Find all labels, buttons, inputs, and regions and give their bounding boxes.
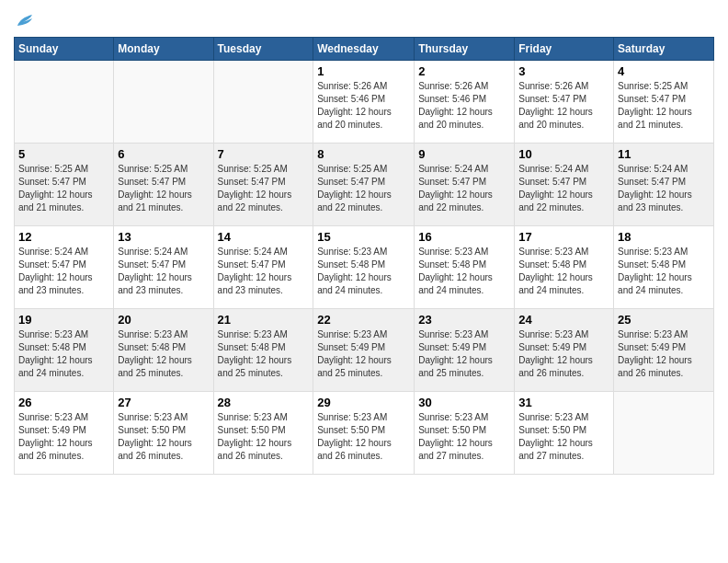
calendar-cell: 27Sunrise: 5:23 AM Sunset: 5:50 PM Dayli… <box>114 392 213 475</box>
day-header-monday: Monday <box>114 38 213 61</box>
day-number: 7 <box>218 147 310 161</box>
calendar-cell: 26Sunrise: 5:23 AM Sunset: 5:49 PM Dayli… <box>15 392 114 475</box>
calendar-cell: 1Sunrise: 5:26 AM Sunset: 5:46 PM Daylig… <box>313 61 415 144</box>
day-number: 18 <box>618 230 710 244</box>
week-row-3: 12Sunrise: 5:24 AM Sunset: 5:47 PM Dayli… <box>15 226 714 309</box>
day-info: Sunrise: 5:23 AM Sunset: 5:48 PM Dayligh… <box>317 246 410 297</box>
calendar-cell: 22Sunrise: 5:23 AM Sunset: 5:49 PM Dayli… <box>313 309 415 392</box>
days-header-row: SundayMondayTuesdayWednesdayThursdayFrid… <box>15 38 714 61</box>
day-number: 26 <box>18 396 109 409</box>
day-header-wednesday: Wednesday <box>313 38 415 61</box>
day-number: 5 <box>18 147 109 161</box>
day-header-thursday: Thursday <box>415 38 515 61</box>
day-number: 9 <box>418 147 510 161</box>
calendar-cell: 13Sunrise: 5:24 AM Sunset: 5:47 PM Dayli… <box>114 226 213 309</box>
day-number: 4 <box>618 64 710 78</box>
day-number: 29 <box>317 396 410 409</box>
day-number: 25 <box>618 313 710 327</box>
calendar-cell: 9Sunrise: 5:24 AM Sunset: 5:47 PM Daylig… <box>415 144 515 226</box>
day-info: Sunrise: 5:25 AM Sunset: 5:47 PM Dayligh… <box>317 163 410 214</box>
page-container: SundayMondayTuesdayWednesdayThursdayFrid… <box>0 0 728 484</box>
day-info: Sunrise: 5:23 AM Sunset: 5:48 PM Dayligh… <box>118 328 209 380</box>
day-info: Sunrise: 5:26 AM Sunset: 5:46 PM Dayligh… <box>418 80 510 132</box>
day-number: 1 <box>317 64 410 78</box>
day-info: Sunrise: 5:23 AM Sunset: 5:49 PM Dayligh… <box>18 411 109 463</box>
calendar-cell: 2Sunrise: 5:26 AM Sunset: 5:46 PM Daylig… <box>415 61 515 144</box>
day-number: 30 <box>418 396 510 409</box>
day-number: 2 <box>418 64 510 78</box>
page-header <box>14 9 714 29</box>
calendar-cell: 29Sunrise: 5:23 AM Sunset: 5:50 PM Dayli… <box>313 392 415 475</box>
day-info: Sunrise: 5:25 AM Sunset: 5:47 PM Dayligh… <box>218 163 310 214</box>
calendar-cell: 28Sunrise: 5:23 AM Sunset: 5:50 PM Dayli… <box>213 392 313 475</box>
day-info: Sunrise: 5:26 AM Sunset: 5:46 PM Dayligh… <box>317 80 410 132</box>
day-number: 24 <box>518 313 609 327</box>
calendar-cell <box>213 61 313 144</box>
calendar-cell <box>15 61 114 144</box>
day-info: Sunrise: 5:23 AM Sunset: 5:50 PM Dayligh… <box>518 411 609 463</box>
calendar-cell: 4Sunrise: 5:25 AM Sunset: 5:47 PM Daylig… <box>614 61 714 144</box>
week-row-2: 5Sunrise: 5:25 AM Sunset: 5:47 PM Daylig… <box>15 144 714 226</box>
day-info: Sunrise: 5:23 AM Sunset: 5:50 PM Dayligh… <box>218 411 310 463</box>
day-number: 23 <box>418 313 510 327</box>
calendar-cell: 23Sunrise: 5:23 AM Sunset: 5:49 PM Dayli… <box>415 309 515 392</box>
day-info: Sunrise: 5:25 AM Sunset: 5:47 PM Dayligh… <box>18 163 109 214</box>
day-number: 17 <box>518 230 609 244</box>
calendar-cell: 12Sunrise: 5:24 AM Sunset: 5:47 PM Dayli… <box>15 226 114 309</box>
day-info: Sunrise: 5:24 AM Sunset: 5:47 PM Dayligh… <box>18 246 109 297</box>
calendar-cell <box>114 61 213 144</box>
day-number: 12 <box>18 230 109 244</box>
day-info: Sunrise: 5:24 AM Sunset: 5:47 PM Dayligh… <box>518 163 609 214</box>
day-info: Sunrise: 5:25 AM Sunset: 5:47 PM Dayligh… <box>618 80 710 132</box>
day-number: 31 <box>518 396 609 409</box>
calendar-cell: 25Sunrise: 5:23 AM Sunset: 5:49 PM Dayli… <box>614 309 714 392</box>
calendar-cell: 14Sunrise: 5:24 AM Sunset: 5:47 PM Dayli… <box>213 226 313 309</box>
day-number: 10 <box>518 147 609 161</box>
calendar-cell: 8Sunrise: 5:25 AM Sunset: 5:47 PM Daylig… <box>313 144 415 226</box>
calendar-cell: 5Sunrise: 5:25 AM Sunset: 5:47 PM Daylig… <box>15 144 114 226</box>
day-number: 6 <box>118 147 209 161</box>
day-info: Sunrise: 5:23 AM Sunset: 5:50 PM Dayligh… <box>317 411 410 463</box>
calendar-cell: 30Sunrise: 5:23 AM Sunset: 5:50 PM Dayli… <box>415 392 515 475</box>
week-row-5: 26Sunrise: 5:23 AM Sunset: 5:49 PM Dayli… <box>15 392 714 475</box>
calendar-cell: 11Sunrise: 5:24 AM Sunset: 5:47 PM Dayli… <box>614 144 714 226</box>
week-row-4: 19Sunrise: 5:23 AM Sunset: 5:48 PM Dayli… <box>15 309 714 392</box>
day-number: 28 <box>218 396 310 409</box>
day-header-saturday: Saturday <box>614 38 714 61</box>
day-info: Sunrise: 5:23 AM Sunset: 5:49 PM Dayligh… <box>317 328 410 380</box>
day-number: 11 <box>618 147 710 161</box>
calendar-cell: 24Sunrise: 5:23 AM Sunset: 5:49 PM Dayli… <box>515 309 614 392</box>
day-info: Sunrise: 5:23 AM Sunset: 5:48 PM Dayligh… <box>418 246 510 297</box>
day-number: 27 <box>118 396 209 409</box>
day-info: Sunrise: 5:23 AM Sunset: 5:48 PM Dayligh… <box>18 328 109 380</box>
calendar-cell <box>614 392 714 475</box>
day-info: Sunrise: 5:23 AM Sunset: 5:50 PM Dayligh… <box>118 411 209 463</box>
day-info: Sunrise: 5:24 AM Sunset: 5:47 PM Dayligh… <box>418 163 510 214</box>
calendar-cell: 20Sunrise: 5:23 AM Sunset: 5:48 PM Dayli… <box>114 309 213 392</box>
calendar-cell: 6Sunrise: 5:25 AM Sunset: 5:47 PM Daylig… <box>114 144 213 226</box>
day-number: 21 <box>218 313 310 327</box>
day-header-tuesday: Tuesday <box>213 38 313 61</box>
day-info: Sunrise: 5:23 AM Sunset: 5:49 PM Dayligh… <box>518 328 609 380</box>
calendar-cell: 15Sunrise: 5:23 AM Sunset: 5:48 PM Dayli… <box>313 226 415 309</box>
calendar-cell: 17Sunrise: 5:23 AM Sunset: 5:48 PM Dayli… <box>515 226 614 309</box>
calendar-header: SundayMondayTuesdayWednesdayThursdayFrid… <box>15 38 714 61</box>
day-number: 20 <box>118 313 209 327</box>
logo-bird-icon <box>16 13 36 29</box>
calendar-cell: 16Sunrise: 5:23 AM Sunset: 5:48 PM Dayli… <box>415 226 515 309</box>
day-info: Sunrise: 5:23 AM Sunset: 5:50 PM Dayligh… <box>418 411 510 463</box>
day-number: 15 <box>317 230 410 244</box>
week-row-1: 1Sunrise: 5:26 AM Sunset: 5:46 PM Daylig… <box>15 61 714 144</box>
calendar-cell: 10Sunrise: 5:24 AM Sunset: 5:47 PM Dayli… <box>515 144 614 226</box>
day-number: 8 <box>317 147 410 161</box>
calendar-cell: 7Sunrise: 5:25 AM Sunset: 5:47 PM Daylig… <box>213 144 313 226</box>
day-number: 16 <box>418 230 510 244</box>
day-info: Sunrise: 5:26 AM Sunset: 5:47 PM Dayligh… <box>518 80 609 132</box>
calendar-cell: 19Sunrise: 5:23 AM Sunset: 5:48 PM Dayli… <box>15 309 114 392</box>
day-number: 13 <box>118 230 209 244</box>
day-info: Sunrise: 5:24 AM Sunset: 5:47 PM Dayligh… <box>118 246 209 297</box>
day-info: Sunrise: 5:25 AM Sunset: 5:47 PM Dayligh… <box>118 163 209 214</box>
day-info: Sunrise: 5:23 AM Sunset: 5:48 PM Dayligh… <box>618 246 710 297</box>
day-info: Sunrise: 5:23 AM Sunset: 5:49 PM Dayligh… <box>418 328 510 380</box>
calendar-table: SundayMondayTuesdayWednesdayThursdayFrid… <box>14 37 714 475</box>
